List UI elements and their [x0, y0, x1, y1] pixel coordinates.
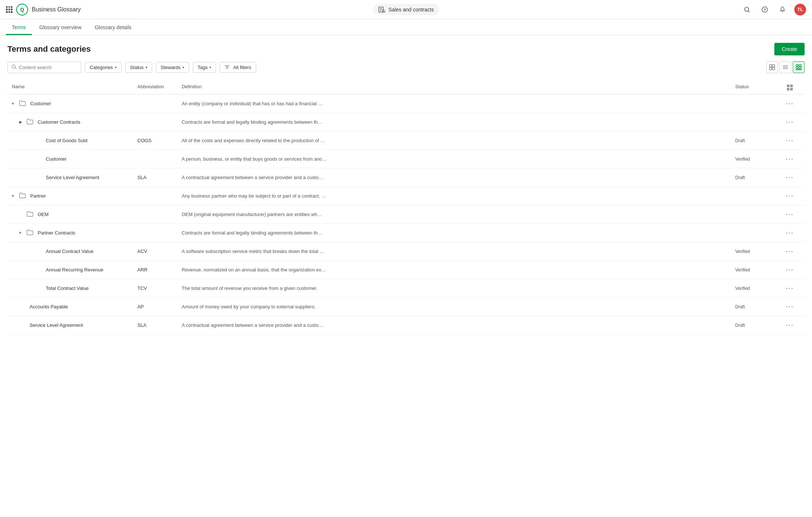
topbar-right: ? TL — [539, 4, 806, 16]
row-name: Accounts Payable — [30, 304, 68, 309]
tab-glossary-details[interactable]: Glossary details — [89, 24, 138, 35]
search-box[interactable] — [7, 62, 81, 73]
status-chevron-icon: ▾ — [145, 65, 147, 69]
row-name[interactable]: Partner — [30, 193, 46, 199]
row-actions-button[interactable]: ··· — [784, 265, 796, 274]
row-actions-button[interactable]: ··· — [784, 228, 796, 237]
tree-view-button[interactable] — [793, 61, 805, 73]
tab-glossary-overview[interactable]: Glossary overview — [33, 24, 87, 35]
row-abbreviation: ACV — [133, 242, 177, 261]
all-filters-label: All filters — [233, 65, 251, 70]
row-abbreviation — [133, 224, 177, 242]
row-definition: A contractual agreement between a servic… — [177, 316, 731, 335]
row-abbreviation: TCV — [133, 279, 177, 298]
help-button[interactable]: ? — [759, 4, 771, 16]
table-row: Service Level AgreementSLAA contractual … — [7, 168, 805, 187]
stewards-filter-label: Stewards — [161, 65, 181, 70]
tags-filter-label: Tags — [198, 65, 208, 70]
search-button[interactable] — [741, 4, 753, 16]
row-name[interactable]: OEM — [38, 212, 49, 217]
row-actions-button[interactable]: ··· — [784, 191, 796, 201]
search-input[interactable] — [19, 65, 77, 70]
notifications-button[interactable] — [777, 4, 788, 16]
expand-chevron-icon[interactable]: ▾ — [12, 101, 17, 106]
svg-rect-18 — [772, 68, 775, 70]
row-actions-button[interactable]: ··· — [784, 284, 796, 293]
table-row: Accounts PayableAPAmount of money owed b… — [7, 298, 805, 316]
glossary-selector[interactable]: Sales and contracts — [373, 4, 439, 15]
col-header-name: Name — [7, 79, 133, 95]
table-row: ▾CustomerAn entity (company or individua… — [7, 95, 805, 113]
categories-filter[interactable]: Categories ▾ — [85, 62, 121, 73]
row-definition: The total amount of revenue you receive … — [177, 279, 731, 298]
svg-point-6 — [744, 7, 748, 11]
row-definition: A contractual agreement between a servic… — [177, 168, 731, 187]
row-abbreviation — [133, 113, 177, 131]
col-header-status: Status — [731, 79, 775, 95]
row-abbreviation — [133, 95, 177, 113]
create-button[interactable]: Create — [774, 43, 805, 55]
expand-chevron-icon[interactable]: ▾ — [12, 194, 17, 198]
row-status: Draft — [731, 298, 775, 316]
row-status: Draft — [731, 168, 775, 187]
status-badge: Verified — [735, 248, 750, 255]
status-filter-label: Status — [130, 65, 144, 70]
row-name[interactable]: Customer — [30, 101, 51, 106]
help-icon: ? — [761, 6, 768, 13]
svg-rect-25 — [799, 67, 801, 68]
table-row: Cost of Goods SoldCOGSAll of the costs a… — [7, 131, 805, 150]
col-header-definition: Definition — [177, 79, 731, 95]
row-actions-button[interactable]: ··· — [784, 210, 796, 219]
table-row: OEMOEM (original equipment manufacturer)… — [7, 205, 805, 224]
qlik-logo-icon: Q — [16, 4, 28, 16]
categories-filter-label: Categories — [90, 65, 113, 70]
stewards-filter[interactable]: Stewards ▾ — [156, 62, 189, 73]
tags-filter[interactable]: Tags ▾ — [193, 62, 216, 73]
row-definition: Contracts are formal and legally binding… — [177, 224, 731, 242]
row-actions-button[interactable]: ··· — [784, 302, 796, 311]
avatar[interactable]: TL — [794, 4, 806, 16]
filter-icon — [225, 65, 230, 70]
row-name[interactable]: Customer Contracts — [38, 119, 80, 125]
status-badge: Draft — [735, 174, 745, 181]
status-filter[interactable]: Status ▾ — [125, 62, 152, 73]
row-status: Draft — [731, 316, 775, 335]
row-status: Verified — [731, 279, 775, 298]
row-definition: Revenue, normalized on an annual basis, … — [177, 261, 731, 279]
status-badge: Draft — [735, 304, 745, 310]
table-row: Service Level AgreementSLAA contractual … — [7, 316, 805, 335]
list-view-button[interactable] — [780, 61, 791, 73]
row-name: Total Contract Value — [46, 285, 89, 291]
expand-chevron-icon[interactable]: ▶ — [19, 120, 24, 124]
row-actions-button[interactable]: ··· — [784, 99, 796, 108]
table-row: ▾Partner ContractsContracts are formal a… — [7, 224, 805, 242]
grid-view-button[interactable] — [766, 61, 778, 73]
apps-menu-button[interactable] — [6, 6, 13, 13]
topbar-center: Sales and contracts — [273, 4, 539, 15]
row-abbreviation: COGS — [133, 131, 177, 150]
tab-terms[interactable]: Terms — [6, 24, 32, 35]
row-actions-button[interactable]: ··· — [784, 154, 796, 164]
categories-chevron-icon: ▾ — [115, 65, 117, 69]
svg-line-5 — [384, 12, 385, 13]
expand-chevron-icon[interactable]: ▾ — [19, 230, 24, 235]
table-row: ▶Customer ContractsContracts are formal … — [7, 113, 805, 131]
row-status — [731, 205, 775, 224]
row-actions-button[interactable]: ··· — [784, 321, 796, 330]
row-abbreviation: SLA — [133, 316, 177, 335]
row-abbreviation — [133, 187, 177, 205]
row-actions-button[interactable]: ··· — [784, 136, 796, 145]
folder-icon — [27, 229, 33, 236]
row-name[interactable]: Partner Contracts — [38, 230, 75, 236]
row-actions-button[interactable]: ··· — [784, 173, 796, 182]
status-badge: Verified — [735, 267, 750, 273]
svg-text:?: ? — [764, 7, 766, 12]
notifications-icon — [779, 6, 786, 13]
glossary-badge-icon — [378, 6, 386, 13]
row-actions-button[interactable]: ··· — [784, 117, 796, 127]
qlik-logo[interactable]: Q — [16, 4, 28, 16]
row-abbreviation: AP — [133, 298, 177, 316]
all-filters-button[interactable]: All filters — [220, 62, 256, 73]
row-actions-button[interactable]: ··· — [784, 247, 796, 256]
row-definition: Contracts are formal and legally binding… — [177, 113, 731, 131]
